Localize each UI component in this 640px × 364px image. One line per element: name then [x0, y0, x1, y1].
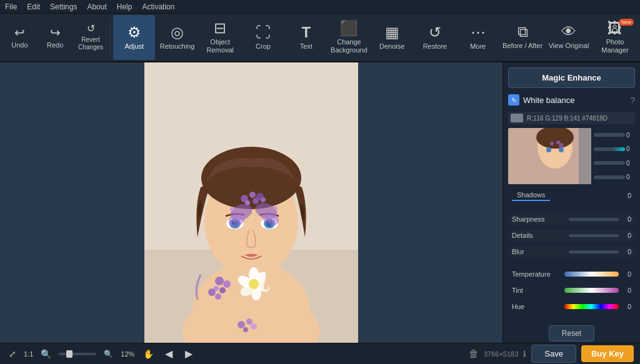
fit-zoom-button[interactable]: ⤢	[6, 348, 19, 360]
right-panel: Magic Enhance ✎ White balance ? R:116 G:…	[502, 62, 640, 343]
prev-image-button[interactable]: ◀	[161, 347, 176, 361]
image-dimensions: 3766×5183	[484, 350, 518, 358]
more-icon: ⋯	[471, 25, 486, 40]
retouching-label: Retouching	[160, 42, 195, 50]
reset-button[interactable]: Reset	[549, 325, 594, 342]
tint-slider[interactable]	[564, 288, 619, 293]
hue-value: 0	[621, 303, 631, 310]
save-button[interactable]: Save	[531, 345, 576, 363]
redo-button[interactable]: ↪ Redo	[38, 15, 72, 60]
svg-point-28	[274, 206, 278, 210]
temperature-slider[interactable]	[564, 272, 619, 277]
svg-point-22	[261, 197, 266, 202]
wb-slider-2[interactable]	[594, 147, 625, 151]
wb-slider-4[interactable]	[594, 175, 625, 179]
delete-button[interactable]: 🗑	[469, 348, 479, 360]
menu-settings[interactable]: Settings	[50, 2, 77, 11]
details-slider[interactable]	[569, 234, 619, 237]
zoom-slider[interactable]	[59, 353, 96, 355]
hue-slider[interactable]	[564, 304, 619, 309]
svg-point-54	[559, 143, 564, 148]
details-value: 0	[621, 232, 631, 239]
denoise-icon: ▦	[385, 25, 399, 40]
svg-point-6	[201, 147, 301, 209]
new-badge: New	[619, 19, 634, 26]
menu-help[interactable]: Help	[117, 2, 132, 11]
zoom-out-button[interactable]: 🔍	[38, 348, 54, 360]
tool-text[interactable]: T Text	[285, 15, 327, 60]
details-label: Details	[512, 232, 566, 239]
wb-val-1: 0	[626, 132, 635, 139]
change-background-label: Change Background	[331, 38, 368, 54]
wb-val-2: 0	[626, 145, 635, 152]
photo-manager-wrap: 🖼 Photo Manager New	[592, 15, 638, 60]
before-after-button[interactable]: ⧉ Before / After	[500, 15, 545, 60]
zoom-in-button[interactable]: 🔍	[101, 348, 116, 360]
menubar: File Edit Settings About Help Activation	[0, 0, 640, 14]
blur-slider[interactable]	[569, 250, 619, 253]
tool-retouching[interactable]: ◎ Retouching	[156, 15, 198, 60]
blur-label: Blur	[512, 248, 566, 255]
tool-denoise[interactable]: ▦ Denoise	[371, 15, 413, 60]
white-balance-title: White balance	[523, 96, 627, 105]
crop-label: Crop	[256, 42, 271, 50]
color-info-bar: R:116 G:129 B:141 #74818D	[508, 112, 635, 124]
revert-label: Revert Changes	[74, 36, 108, 51]
menu-edit[interactable]: Edit	[27, 2, 40, 11]
next-image-button[interactable]: ▶	[181, 347, 196, 361]
info-icon[interactable]: ℹ	[523, 350, 526, 358]
adjust-label: Adjust	[125, 42, 144, 50]
change-background-icon: ⬛	[339, 21, 358, 36]
before-after-label: Before / After	[502, 42, 542, 50]
sharpness-slider[interactable]	[569, 218, 619, 221]
svg-point-46	[249, 279, 259, 289]
undo-button[interactable]: ↩ Undo	[2, 15, 37, 60]
svg-point-37	[243, 327, 248, 332]
sharpness-value: 0	[621, 215, 631, 223]
text-icon: T	[301, 25, 311, 40]
canvas-area[interactable]	[0, 62, 502, 343]
magic-enhance-button[interactable]: Magic Enhance	[508, 67, 635, 88]
view-original-button[interactable]: 👁 View Original	[546, 15, 591, 60]
menu-about[interactable]: About	[87, 2, 106, 11]
thumbnail-overlay	[579, 128, 591, 184]
wb-val-3: 0	[626, 160, 635, 167]
tool-more[interactable]: ⋯ More	[457, 15, 499, 60]
toolbar-divider	[110, 19, 111, 56]
wb-slider-3[interactable]	[594, 161, 625, 165]
tint-row: Tint 0	[508, 285, 635, 296]
image-thumbnail	[508, 128, 591, 184]
wb-slider-1[interactable]	[594, 133, 625, 137]
svg-point-53	[556, 140, 560, 144]
tool-change-background[interactable]: ⬛ Change Background	[328, 15, 370, 60]
menu-activation[interactable]: Activation	[142, 2, 174, 11]
svg-point-21	[252, 198, 259, 204]
redo-label: Redo	[47, 41, 63, 49]
svg-point-29	[215, 277, 224, 285]
menu-file[interactable]: File	[5, 2, 17, 11]
svg-point-51	[559, 147, 564, 152]
tool-adjust[interactable]: ⚙ Adjust	[113, 15, 155, 60]
wb-sliders: 0 0 0 0	[594, 128, 635, 184]
adjust-icon: ⚙	[128, 25, 141, 40]
pan-tool-button[interactable]: ✋	[141, 348, 156, 360]
zoom-1x-label[interactable]: 1:1	[24, 350, 33, 358]
sharpness-label: Sharpness	[512, 215, 566, 223]
details-row: Details 0	[508, 230, 635, 241]
before-after-icon: ⧉	[518, 24, 528, 39]
tool-object-removal[interactable]: ⊟ Object Removal	[199, 15, 241, 60]
photo-container	[144, 62, 358, 343]
tool-crop[interactable]: ⛶ Crop	[242, 15, 284, 60]
zoom-percent: 12%	[121, 350, 136, 358]
blur-row: Blur 0	[508, 246, 635, 257]
object-removal-icon: ⊟	[214, 21, 226, 36]
buy-key-button[interactable]: Buy Key	[581, 345, 634, 362]
tool-restore[interactable]: ↺ Restore	[414, 15, 456, 60]
main-area: Magic Enhance ✎ White balance ? R:116 G:…	[0, 62, 640, 343]
more-label: More	[470, 42, 486, 50]
color-swatch	[511, 114, 523, 122]
revert-button[interactable]: ↺ Revert Changes	[74, 15, 108, 60]
white-balance-help[interactable]: ?	[631, 96, 635, 105]
svg-point-31	[219, 287, 226, 293]
view-original-label: View Original	[549, 42, 589, 50]
